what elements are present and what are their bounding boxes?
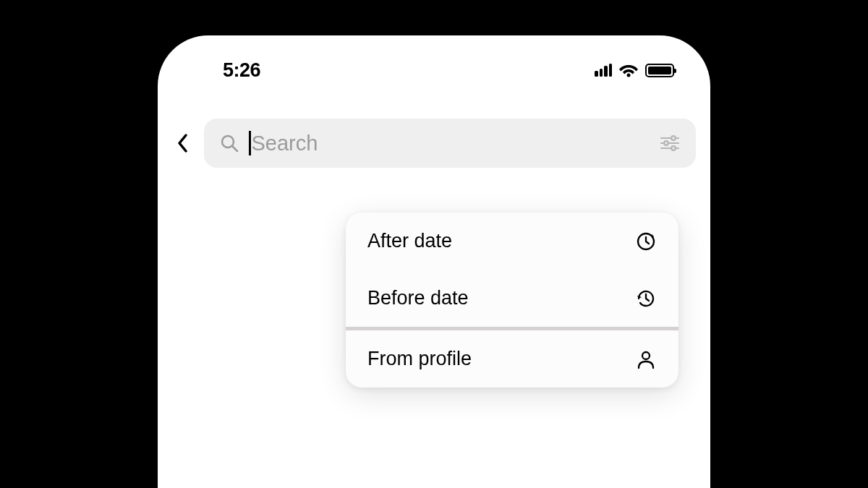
svg-point-0	[627, 74, 631, 77]
search-row: Search	[158, 86, 710, 168]
status-time: 5:26	[223, 59, 260, 82]
phone-frame: 5:26	[158, 35, 710, 488]
svg-point-8	[671, 146, 676, 150]
battery-icon	[645, 64, 674, 77]
dropdown-item-label: From profile	[367, 348, 472, 370]
dropdown-item-before-date[interactable]: Before date	[346, 270, 678, 327]
search-placeholder: Search	[252, 132, 318, 155]
svg-point-10	[642, 352, 650, 359]
filter-icon[interactable]	[660, 134, 680, 152]
dropdown-item-after-date[interactable]: After date	[346, 213, 678, 270]
dropdown-item-from-profile[interactable]: From profile	[346, 330, 678, 388]
svg-point-4	[671, 136, 676, 140]
clock-backward-icon	[635, 288, 657, 309]
status-icons	[595, 63, 674, 77]
wifi-icon	[619, 63, 638, 77]
dropdown-item-label: After date	[367, 230, 452, 252]
search-input[interactable]: Search	[249, 131, 650, 155]
dropdown-item-label: Before date	[367, 287, 469, 309]
search-filter-dropdown: After date Before date From profi	[346, 213, 678, 388]
back-button[interactable]	[172, 132, 194, 154]
status-bar: 5:26	[158, 35, 710, 86]
person-icon	[635, 348, 657, 370]
search-icon	[220, 134, 239, 153]
cellular-icon	[595, 64, 612, 77]
svg-line-2	[232, 146, 237, 151]
svg-point-6	[664, 141, 668, 145]
search-field[interactable]: Search	[204, 119, 696, 168]
text-cursor	[249, 131, 251, 155]
clock-forward-icon	[635, 231, 657, 252]
